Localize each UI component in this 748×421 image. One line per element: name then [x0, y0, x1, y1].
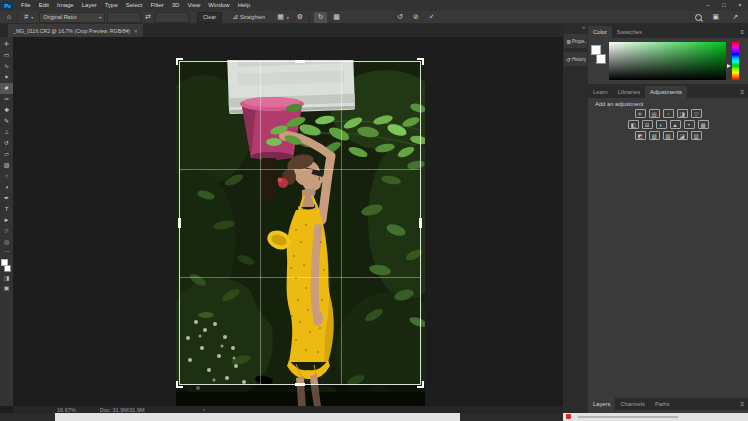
crop-handle-top[interactable] — [295, 60, 305, 63]
adjustment-channel-mixer[interactable]: ◓ — [684, 120, 695, 129]
tool-lasso[interactable]: ∿ — [0, 61, 13, 72]
tab-learn[interactable]: Learn — [588, 86, 613, 98]
3d[interactable]: 3D — [168, 0, 184, 11]
select[interactable]: Select — [122, 0, 147, 11]
adjustment-curves[interactable]: ◔ — [663, 109, 674, 118]
adjustment-vibrance[interactable]: ▽ — [691, 109, 702, 118]
tab-swatches[interactable]: Swatches — [612, 26, 647, 38]
tool-blur[interactable]: ○ — [0, 171, 13, 182]
crop-handle-bottom-right[interactable] — [417, 381, 424, 388]
straighten-icon[interactable]: ⊿ — [230, 11, 240, 23]
background-color-swatch[interactable] — [4, 265, 11, 272]
crop-handle-top-left[interactable] — [176, 58, 183, 65]
tool-dodge[interactable]: ◑ — [0, 182, 13, 193]
adjustment-black-white[interactable]: ◐ — [656, 120, 667, 129]
tab-channels[interactable]: Channels — [615, 398, 650, 410]
swap-dimensions-icon[interactable]: ⇄ — [143, 11, 153, 23]
tab-layers[interactable]: Layers — [588, 398, 615, 410]
crop-height-input[interactable] — [155, 12, 189, 23]
canvas-area[interactable] — [13, 37, 563, 406]
crop-handle-bottom-left[interactable] — [176, 381, 183, 388]
commit-crop-icon[interactable]: ✓ — [427, 11, 437, 23]
crop-handle-left[interactable] — [178, 218, 181, 228]
tool-spot-healing-brush[interactable]: ✚ — [0, 105, 13, 116]
tool-eraser[interactable]: ▱ — [0, 149, 13, 160]
view[interactable]: View — [183, 0, 204, 11]
home-icon[interactable]: ⌂ — [5, 11, 13, 23]
tool-history-brush[interactable]: ↺ — [0, 138, 13, 149]
taskbar-app-icon[interactable] — [566, 414, 571, 419]
cancel-crop-icon[interactable]: ⊘ — [411, 11, 421, 23]
color-swatches-control[interactable] — [0, 258, 13, 273]
adjustment-invert[interactable]: ◩ — [635, 131, 646, 140]
share-icon[interactable]: ↗ — [730, 11, 740, 23]
adjustment-posterize[interactable]: ▨ — [649, 131, 660, 140]
tab-color[interactable]: Color — [588, 26, 612, 38]
clear-button[interactable]: Clear — [197, 12, 222, 23]
minimize-icon[interactable]: – — [700, 0, 716, 11]
overlay-options-icon[interactable]: ▦ — [275, 11, 286, 23]
close-icon[interactable]: × — [732, 0, 748, 11]
filter[interactable]: Filter — [146, 0, 167, 11]
tool-eyedropper[interactable]: ✑ — [0, 94, 13, 105]
crop-width-input[interactable] — [107, 12, 141, 23]
crop-box[interactable] — [179, 61, 421, 385]
adjustment-levels[interactable]: ▤ — [649, 109, 660, 118]
document-tab[interactable]: _MG_0116.CR2 @ 16.7% (Crop Preview, RGB/… — [8, 24, 143, 37]
reset-crop-icon[interactable]: ↺ — [395, 11, 405, 23]
content-aware-fill-button[interactable]: ▩ — [330, 12, 343, 23]
adjustment-hue-saturation[interactable]: ◧ — [628, 120, 639, 129]
collapse-dock-icon[interactable]: » — [582, 24, 585, 30]
tool-hand[interactable]: ☞ — [0, 226, 13, 237]
saturation-brightness-field[interactable] — [609, 42, 726, 80]
workspace-switcher-icon[interactable]: ▣ — [711, 11, 722, 23]
background-color-swatch[interactable] — [596, 54, 606, 64]
edit-toolbar-icon[interactable]: ⋯ — [0, 248, 13, 257]
dock-properties[interactable]: ≣ Prope... — [564, 34, 587, 48]
help[interactable]: Help — [234, 0, 254, 11]
tab-paths[interactable]: Paths — [650, 398, 675, 410]
restore-icon[interactable]: □ — [716, 0, 732, 11]
adjustment-exposure[interactable]: ◨ — [677, 109, 688, 118]
status-chevron-icon[interactable]: > — [203, 407, 206, 413]
type[interactable]: Type — [101, 0, 122, 11]
file[interactable]: File — [17, 0, 35, 11]
adjustment-photo-filter[interactable]: ▲ — [670, 120, 681, 129]
layer[interactable]: Layer — [78, 0, 101, 11]
adjustment-color-lookup[interactable]: ▦ — [698, 120, 709, 129]
tab-adjustments[interactable]: Adjustments — [645, 86, 687, 98]
tool-zoom[interactable]: ◎ — [0, 237, 13, 248]
tool-path-selection[interactable]: ► — [0, 215, 13, 226]
foreground-color-swatch[interactable] — [1, 259, 8, 266]
hue-slider-pointer[interactable] — [727, 64, 731, 68]
window[interactable]: Window — [204, 0, 233, 11]
tool-gradient[interactable]: ▨ — [0, 160, 13, 171]
quick-mask-icon[interactable]: ◨ — [0, 273, 13, 283]
crop-handle-bottom[interactable] — [295, 383, 305, 386]
tab-libraries[interactable]: Libraries — [613, 86, 645, 98]
tool-rectangular-marquee[interactable]: ▭ — [0, 50, 13, 61]
dock-history[interactable]: ↺ History — [564, 52, 587, 66]
layers-panel-menu-icon[interactable]: ≡ — [740, 398, 744, 410]
adjustment-threshold[interactable]: ▧ — [663, 131, 674, 140]
search-icon[interactable] — [695, 14, 702, 21]
adjustment-color-balance[interactable]: ⊟ — [642, 120, 653, 129]
crop-ratio-select[interactable]: Original Ratio ▾ — [39, 12, 105, 23]
tool-move[interactable]: ✛ — [0, 39, 13, 50]
image[interactable]: Image — [53, 0, 78, 11]
hue-slider[interactable] — [732, 42, 739, 80]
adjustments-panel-menu-icon[interactable]: ≡ — [740, 86, 744, 98]
adjustment-brightness-contrast[interactable]: ☀ — [635, 109, 646, 118]
tool-type[interactable]: T — [0, 204, 13, 215]
screen-mode-icon[interactable]: ▣ — [0, 283, 13, 293]
foreground-color-swatch[interactable] — [591, 45, 601, 55]
zoom-level-field[interactable]: 16.67% — [57, 407, 76, 413]
tool-clone-stamp[interactable]: ⊥ — [0, 127, 13, 138]
crop-handle-right[interactable] — [419, 218, 422, 228]
straighten-label[interactable]: Straighten — [240, 14, 265, 20]
crop-handle-top-right[interactable] — [417, 58, 424, 65]
crop-tool-icon[interactable]: # — [22, 11, 30, 23]
close-tab-icon[interactable]: × — [134, 28, 138, 34]
tool-quick-selection[interactable]: ✶ — [0, 72, 13, 83]
adjustment-selective-color[interactable]: ▥ — [691, 131, 702, 140]
